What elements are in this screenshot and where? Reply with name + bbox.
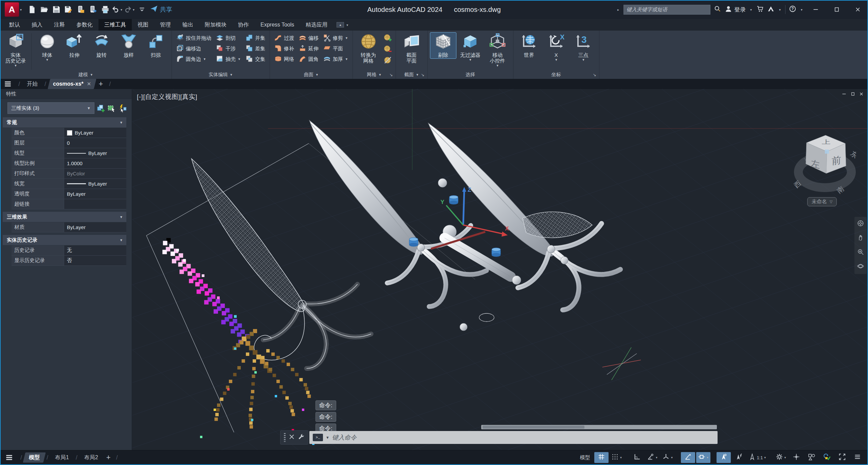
ribbon-tab-7[interactable]: 输出 <box>177 19 199 31</box>
snap-mode-button[interactable]: ▾ <box>610 452 624 463</box>
grid-display-button[interactable] <box>594 452 609 463</box>
loft-button[interactable]: 放样 <box>116 33 142 58</box>
property-value[interactable]: ByLayer <box>64 128 126 138</box>
workspace-switching-button[interactable]: ▾ <box>774 452 788 463</box>
ribbon-tab-1[interactable]: 插入 <box>26 19 48 31</box>
sign-in-caret-icon[interactable]: ▾ <box>750 8 752 12</box>
sweep-button[interactable]: 扫掠 <box>143 33 169 58</box>
help-search-input[interactable]: 键入关键字或短语 <box>623 5 710 15</box>
ribbon-panel-title-5[interactable]: 选择 <box>428 70 513 79</box>
file-tab-menu-icon[interactable] <box>0 80 16 88</box>
property-row-0-4[interactable]: 打印样式ByColor <box>12 169 126 179</box>
navigation-bar[interactable] <box>854 217 867 274</box>
help-caret-icon[interactable]: ▾ <box>801 8 802 12</box>
ucs-3point-button[interactable]: 3三点▼ <box>571 33 596 62</box>
ribbon-tab-5[interactable]: 视图 <box>132 19 154 31</box>
file-tab-1[interactable]: cosmos-xs*✕ <box>48 79 96 89</box>
search-history-caret-icon[interactable]: ▸ <box>617 8 619 12</box>
ribbon-panel-title-6[interactable]: 坐标↘ <box>513 70 599 79</box>
object-type-select[interactable]: 三维实体 (3) ▼ <box>7 102 94 114</box>
object-snap-button[interactable]: ▾ <box>696 452 710 463</box>
dropdown-caret-icon[interactable]: ▼ <box>345 57 348 61</box>
revolve-button[interactable]: 旋转 <box>89 33 114 58</box>
convert-to-mesh-button[interactable]: 转换为网格 <box>356 33 381 64</box>
property-value[interactable] <box>64 199 126 209</box>
ribbon-panel-title-2[interactable]: 曲面▼ <box>270 70 352 79</box>
dropdown-caret-icon[interactable]: ▼ <box>345 36 348 40</box>
ribbon-tab-6[interactable]: 管理 <box>154 19 177 31</box>
ribbon-minimize-button[interactable]: ▲▾ <box>333 19 352 31</box>
plot-button[interactable] <box>100 4 111 15</box>
dropdown-caret-icon[interactable]: ▼ <box>582 58 585 62</box>
save-to-web-mobile-button[interactable] <box>87 4 99 15</box>
dropdown-caret-icon[interactable]: ▼ <box>14 64 17 67</box>
crosshair-button[interactable] <box>789 452 803 463</box>
dropdown-caret-icon[interactable]: ▼ <box>238 57 241 61</box>
property-value[interactable]: ByLayer <box>64 189 126 199</box>
dropdown-caret-icon[interactable]: ▼ <box>496 64 499 67</box>
fillet-edge-button[interactable]: 圆角边▼ <box>175 54 213 64</box>
intersect-button[interactable]: 交集 <box>244 54 267 64</box>
property-value[interactable]: ByLayer <box>64 148 126 158</box>
sphere-button[interactable]: 球体▼ <box>34 33 60 62</box>
section-collapse-icon[interactable]: ▼ <box>120 215 123 219</box>
sign-in-button[interactable]: 登录 <box>725 5 746 14</box>
smooth-less-button[interactable] <box>383 45 393 55</box>
dropdown-caret-icon[interactable]: ▼ <box>46 58 49 62</box>
ribbon-panel-title-0[interactable]: 建模▼ <box>0 70 171 79</box>
slice-button[interactable]: 剖切 <box>214 33 242 43</box>
graphics-performance-button[interactable] <box>820 452 834 463</box>
layout-tab-0[interactable]: 模型 <box>23 452 46 463</box>
property-value[interactable]: 否 <box>64 256 126 265</box>
property-value[interactable]: ByLayer <box>64 179 126 189</box>
property-section-0[interactable]: 常规▼ <box>3 117 126 127</box>
object-snap-tracking-button[interactable] <box>681 452 695 463</box>
panel-caret-icon[interactable]: ▼ <box>378 73 381 76</box>
thicken-button[interactable]: 加厚▼ <box>322 54 350 64</box>
panel-caret-icon[interactable]: ▼ <box>315 73 319 76</box>
property-value[interactable]: 1.0000 <box>64 158 126 168</box>
dropdown-caret-icon[interactable]: ▾ <box>784 456 787 459</box>
orbit-icon[interactable] <box>857 262 864 271</box>
ribbon-panel-title-3[interactable]: 网格▼↘ <box>353 70 396 79</box>
viewport-controls-label[interactable]: [-][自定义视图][真实] <box>137 92 197 101</box>
autocad-logo-icon[interactable]: A <box>5 2 19 17</box>
open-drawing-button[interactable] <box>38 4 50 15</box>
properties-palette-title[interactable]: 特性 <box>1 89 132 99</box>
panel-caret-icon[interactable]: ▼ <box>416 73 419 76</box>
property-row-0-2[interactable]: 线型ByLayer <box>12 148 126 158</box>
property-section-1[interactable]: 三维效果▼ <box>3 212 126 222</box>
ucs-world-button[interactable]: 世界 <box>516 33 542 58</box>
section-plane-button[interactable]: 截面平面 <box>399 33 424 64</box>
customization-button[interactable] <box>850 452 865 463</box>
pan-icon[interactable] <box>857 234 864 243</box>
toggle-pickadd-button[interactable] <box>96 104 105 113</box>
property-row-0-6[interactable]: 透明度ByLayer <box>12 189 126 199</box>
offset-edge-button[interactable]: 偏移边 <box>175 44 213 53</box>
dropdown-caret-icon[interactable]: ▼ <box>203 57 206 61</box>
undo-button[interactable]: ▾ <box>112 4 123 15</box>
ribbon-tab-8[interactable]: 附加模块 <box>199 19 232 31</box>
surface-patch-button[interactable]: 修补 <box>273 44 296 53</box>
property-row-1-0[interactable]: 材质ByLayer <box>12 222 126 232</box>
property-row-0-1[interactable]: 图层0 <box>12 138 126 148</box>
clean-screen-button[interactable] <box>835 452 849 463</box>
annotation-scale-button[interactable]: 1:1▾ <box>747 452 768 463</box>
file-tab-close-icon[interactable]: ✕ <box>87 81 91 87</box>
scrollbar-thumb[interactable] <box>483 426 584 429</box>
property-row-2-1[interactable]: 显示历史记录否 <box>12 256 126 266</box>
panel-expand-icon[interactable]: ↘ <box>390 72 393 77</box>
remove-smooth-button[interactable] <box>383 56 393 66</box>
property-row-0-0[interactable]: 颜色ByLayer <box>12 128 126 138</box>
property-value[interactable]: 0 <box>64 138 126 148</box>
dropdown-caret-icon[interactable]: ▾ <box>763 456 766 459</box>
ribbon-tab-11[interactable]: 精选应用 <box>300 19 333 31</box>
recent-commands-caret-icon[interactable]: ▼ <box>326 435 329 440</box>
layout-menu-icon[interactable] <box>0 453 18 462</box>
dropdown-caret-icon[interactable]: ▾ <box>706 456 709 459</box>
property-section-2[interactable]: 实体历史记录▼ <box>3 235 126 245</box>
zoom-icon[interactable] <box>857 248 864 257</box>
surface-offset-button[interactable]: 偏移 <box>297 33 320 43</box>
save-as-button[interactable] <box>63 4 74 15</box>
panel-caret-icon[interactable]: ▼ <box>230 73 233 76</box>
